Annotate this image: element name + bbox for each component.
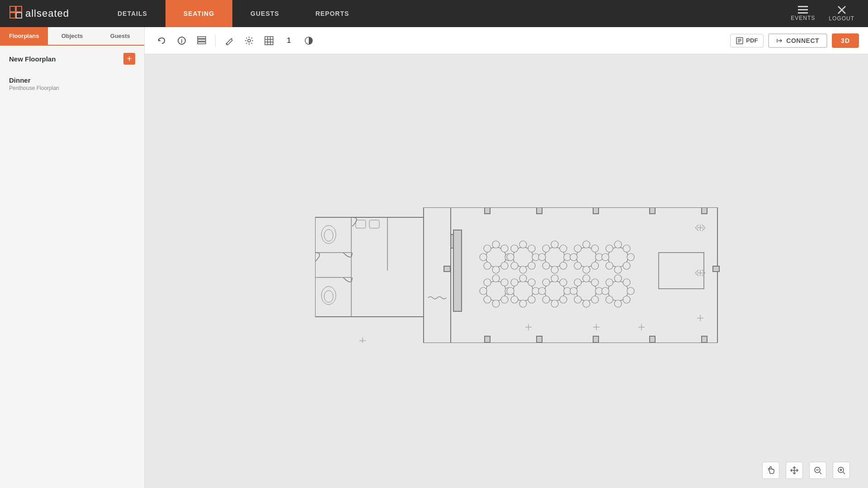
svg-point-89	[591, 262, 599, 269]
svg-rect-53	[659, 253, 704, 289]
svg-point-104	[484, 279, 491, 286]
svg-point-138	[602, 287, 609, 295]
svg-rect-46	[537, 336, 542, 343]
btn-3d[interactable]: 3D	[832, 33, 859, 48]
svg-rect-47	[593, 336, 599, 343]
svg-point-124	[542, 296, 550, 303]
nav-right: EVENTS LOGOUT	[791, 5, 868, 22]
svg-rect-1	[16, 6, 22, 12]
undo-button[interactable]	[154, 33, 170, 49]
info-button[interactable]: i	[174, 33, 190, 49]
svg-point-116	[528, 296, 535, 303]
svg-line-150	[695, 226, 697, 228]
svg-point-95	[606, 245, 613, 252]
svg-point-131	[574, 279, 581, 286]
logout-button[interactable]: LOGOUT	[829, 5, 854, 22]
events-button[interactable]: EVENTS	[791, 6, 815, 21]
grid-button[interactable]	[261, 33, 277, 49]
svg-point-119	[551, 300, 558, 307]
svg-line-153	[703, 228, 705, 230]
main-layout: Floorplans Objects Guests New Floorplan …	[0, 27, 868, 488]
floorplan-canvas[interactable]	[145, 54, 868, 488]
pdf-button[interactable]: PDF	[730, 34, 764, 47]
settings-button[interactable]	[241, 33, 257, 49]
svg-point-78	[560, 245, 567, 252]
svg-point-110	[519, 300, 527, 307]
svg-point-65	[519, 266, 527, 273]
svg-point-120	[538, 287, 546, 295]
floorplan-sub: Penthouse Floorplan	[9, 85, 135, 91]
svg-point-102	[480, 287, 487, 295]
svg-point-107	[501, 296, 508, 303]
svg-point-82	[583, 241, 590, 248]
svg-point-59	[484, 245, 491, 252]
svg-line-148	[697, 229, 698, 231]
tab-floorplans[interactable]: Floorplans	[0, 27, 48, 45]
move-tool-button[interactable]	[786, 462, 803, 479]
svg-rect-40	[485, 207, 490, 214]
zoom-in-button[interactable]	[833, 462, 850, 479]
svg-point-79	[542, 262, 550, 269]
svg-rect-26	[315, 217, 424, 317]
svg-rect-49	[702, 336, 707, 343]
table-button[interactable]	[193, 33, 210, 49]
svg-point-125	[560, 296, 567, 303]
zoom-out-button[interactable]	[809, 462, 826, 479]
svg-point-68	[511, 245, 518, 252]
svg-line-157	[702, 270, 703, 272]
svg-point-109	[519, 275, 527, 282]
connect-button[interactable]: CONNECT	[768, 33, 827, 48]
svg-rect-11	[198, 37, 206, 38]
svg-point-93	[602, 253, 609, 261]
pencil-button[interactable]	[221, 33, 237, 49]
svg-line-162	[695, 273, 697, 275]
svg-point-106	[484, 296, 491, 303]
svg-rect-52	[453, 230, 462, 311]
svg-rect-12	[198, 39, 206, 41]
number-button[interactable]: 1	[281, 33, 297, 49]
svg-point-61	[484, 262, 491, 269]
svg-point-66	[507, 253, 514, 261]
svg-point-98	[623, 262, 630, 269]
svg-rect-0	[10, 6, 15, 12]
svg-line-146	[697, 225, 698, 226]
svg-line-159	[702, 274, 703, 276]
svg-point-129	[570, 287, 577, 295]
svg-point-113	[511, 279, 518, 286]
svg-point-88	[574, 262, 581, 269]
pdf-label: PDF	[746, 37, 758, 44]
svg-rect-38	[451, 207, 717, 343]
svg-point-91	[614, 241, 622, 248]
sidebar: Floorplans Objects Guests New Floorplan …	[0, 27, 145, 488]
svg-point-134	[591, 296, 599, 303]
toolbar-separator-1	[215, 34, 216, 47]
nav-reports[interactable]: REPORTS	[297, 0, 368, 27]
svg-line-147	[702, 225, 703, 226]
nav-details[interactable]: DETAILS	[99, 0, 165, 27]
top-navigation: allseated DETAILS SEATING GUESTS REPORTS…	[0, 0, 868, 27]
svg-point-84	[570, 253, 577, 261]
svg-point-73	[551, 241, 558, 248]
nav-guests[interactable]: GUESTS	[232, 0, 297, 27]
svg-point-64	[519, 241, 527, 248]
tab-guests[interactable]: Guests	[96, 27, 144, 45]
logout-label: LOGOUT	[829, 15, 854, 22]
svg-point-71	[528, 262, 535, 269]
contrast-button[interactable]	[301, 33, 317, 49]
new-floorplan-button[interactable]: +	[123, 53, 135, 65]
svg-point-87	[591, 245, 599, 252]
svg-rect-13	[198, 42, 206, 44]
svg-point-141	[623, 279, 630, 286]
hand-tool-button[interactable]	[762, 462, 779, 479]
svg-point-140	[606, 279, 613, 286]
floorplan-item[interactable]: Dinner Penthouse Floorplan	[0, 72, 144, 100]
svg-line-182	[843, 472, 845, 474]
svg-rect-20	[265, 37, 273, 45]
tab-objects[interactable]: Objects	[48, 27, 96, 45]
svg-line-149	[702, 229, 703, 231]
svg-rect-37	[424, 207, 451, 343]
svg-point-57	[480, 253, 487, 261]
svg-point-143	[623, 296, 630, 303]
svg-point-139	[627, 287, 634, 295]
nav-seating[interactable]: SEATING	[165, 0, 232, 27]
